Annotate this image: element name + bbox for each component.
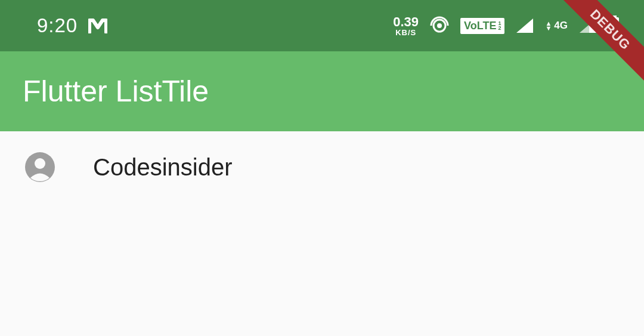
svg-point-0 xyxy=(437,23,442,28)
network-type-label: 4G xyxy=(554,20,568,32)
content-area: Codesinsider xyxy=(0,131,644,203)
status-bar: 9:20 0.39 KB/S VoLTE 1 2 xyxy=(0,0,644,51)
list-tile[interactable]: Codesinsider xyxy=(0,131,644,203)
signal-4g-label: ▲ ▼ xyxy=(545,21,552,31)
volte-sub: 1 2 xyxy=(498,21,501,30)
signal-4g-group: ▲ ▼ 4G xyxy=(545,20,568,32)
signal-icon-1 xyxy=(515,17,534,34)
speed-unit: KB/S xyxy=(395,29,416,36)
status-bar-left: 9:20 xyxy=(37,14,107,37)
svg-point-5 xyxy=(35,158,45,169)
brand-m-icon xyxy=(88,18,107,33)
list-tile-title: Codesinsider xyxy=(93,154,232,181)
account-circle-icon xyxy=(25,152,55,182)
app-bar-title: Flutter ListTile xyxy=(23,74,209,109)
app-bar: Flutter ListTile xyxy=(0,51,644,131)
clock-time: 9:20 xyxy=(37,14,78,37)
volte-badge: VoLTE 1 2 xyxy=(460,18,504,34)
network-speed-indicator: 0.39 KB/S xyxy=(393,16,419,36)
volte-label: VoLTE xyxy=(464,20,496,32)
hotspot-icon xyxy=(429,16,450,36)
data-arrows-icon: ▲ ▼ xyxy=(545,21,552,31)
speed-value: 0.39 xyxy=(393,16,419,29)
